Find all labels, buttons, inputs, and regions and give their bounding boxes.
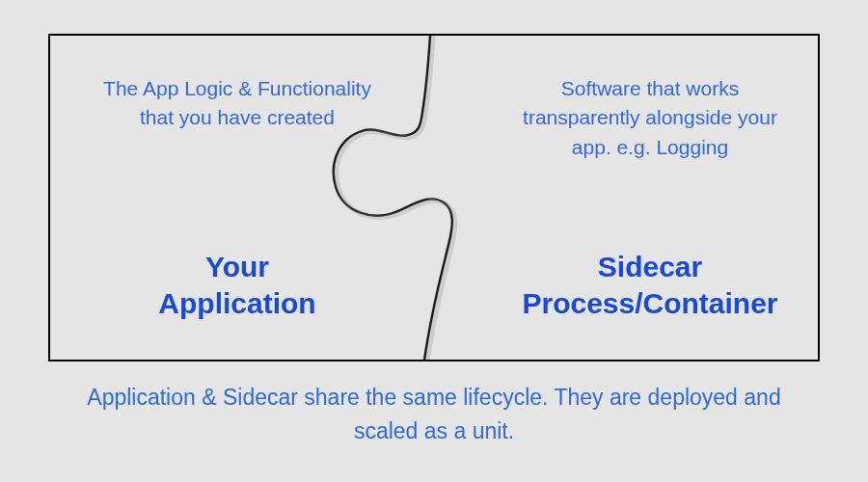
right-title: Sidecar Process/Container <box>522 249 777 321</box>
right-title-line1: Sidecar <box>522 249 777 285</box>
diagram-caption: Application & Sidecar share the same lif… <box>0 381 868 447</box>
right-description: Software that works transparently alongs… <box>511 74 789 162</box>
left-title-line1: Your <box>158 249 315 285</box>
left-title-line2: Application <box>158 285 315 322</box>
left-description: The App Logic & Functionality that you h… <box>98 74 376 133</box>
sidecar-diagram-box: The App Logic & Functionality that you h… <box>48 34 820 362</box>
left-title: Your Application <box>158 249 315 321</box>
right-title-line2: Process/Container <box>522 285 777 322</box>
left-puzzle-piece: The App Logic & Functionality that you h… <box>50 36 434 360</box>
right-puzzle-piece: Software that works transparently alongs… <box>434 36 818 360</box>
